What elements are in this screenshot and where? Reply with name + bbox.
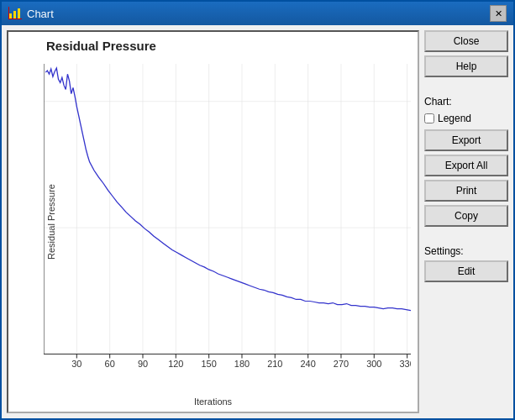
export-button[interactable]: Export — [424, 129, 508, 151]
title-bar: Chart ✕ — [2, 2, 513, 25]
chart-panel: Residual Pressure Residual Pressure Iter… — [7, 30, 419, 413]
svg-rect-0 — [9, 13, 12, 18]
svg-text:330: 330 — [400, 359, 411, 369]
svg-text:30: 30 — [71, 359, 81, 369]
svg-rect-2 — [18, 8, 20, 18]
svg-text:210: 210 — [267, 359, 282, 369]
settings-section-label: Settings: — [424, 245, 508, 257]
chart-svg-container: 0,1 0,01 0,001 30 60 90 120 150 180 210 … — [44, 64, 411, 380]
print-button[interactable]: Print — [424, 180, 508, 202]
chart-title: Residual Pressure — [46, 39, 156, 53]
chart-section-label: Chart: — [424, 96, 508, 108]
copy-button[interactable]: Copy — [424, 205, 508, 227]
content-area: Residual Pressure Residual Pressure Iter… — [2, 25, 513, 418]
svg-text:90: 90 — [138, 359, 148, 369]
svg-text:300: 300 — [366, 359, 381, 369]
window-close-button[interactable]: ✕ — [490, 5, 507, 22]
right-panel: Close Help Chart: Legend Export Export A… — [424, 30, 508, 413]
svg-text:240: 240 — [301, 359, 316, 369]
close-button[interactable]: Close — [424, 30, 508, 52]
svg-text:180: 180 — [234, 359, 250, 369]
legend-checkbox-row: Legend — [424, 113, 508, 124]
help-button[interactable]: Help — [424, 55, 508, 77]
main-window: Chart ✕ Residual Pressure Residual Press… — [0, 0, 515, 420]
svg-rect-3 — [8, 18, 22, 19]
svg-text:150: 150 — [202, 359, 217, 369]
legend-checkbox[interactable] — [424, 113, 434, 123]
chart-svg: 0,1 0,01 0,001 30 60 90 120 150 180 210 … — [44, 64, 411, 380]
legend-label: Legend — [438, 113, 471, 124]
edit-button[interactable]: Edit — [424, 260, 508, 282]
title-bar-left: Chart — [8, 7, 54, 20]
svg-text:120: 120 — [168, 359, 183, 369]
chart-icon — [8, 7, 22, 20]
x-axis-label: Iterations — [194, 396, 232, 407]
svg-text:270: 270 — [334, 359, 349, 369]
svg-rect-1 — [13, 11, 16, 18]
svg-rect-4 — [8, 7, 9, 19]
title-text: Chart — [27, 8, 54, 20]
export-all-button[interactable]: Export All — [424, 155, 508, 176]
svg-text:60: 60 — [105, 359, 115, 369]
